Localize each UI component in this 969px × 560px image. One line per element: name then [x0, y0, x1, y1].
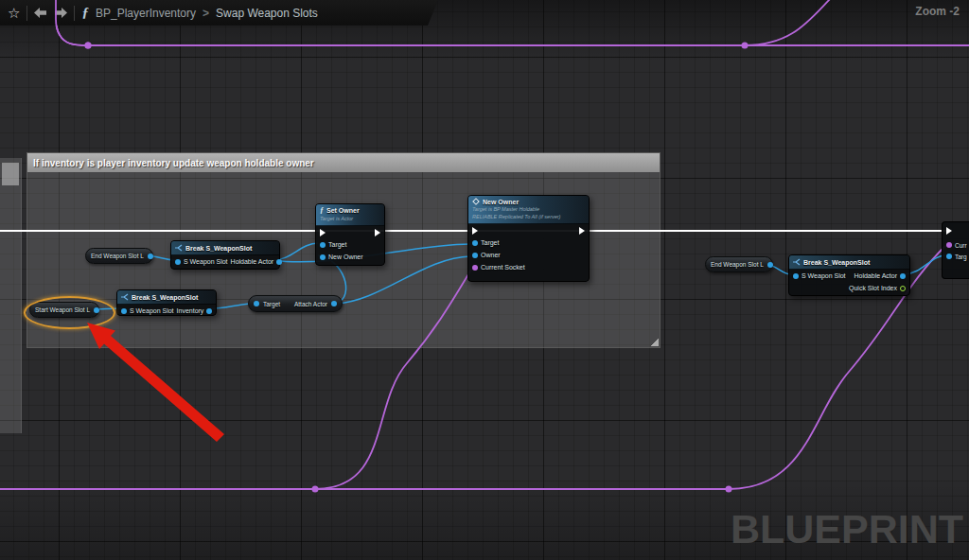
pin-label: S Weapon Slot [184, 258, 228, 265]
node-header: New Owner Target is BP Master Holdable R… [468, 196, 589, 224]
break-struct-icon [793, 258, 801, 266]
pin-inventory[interactable] [206, 308, 212, 314]
exec-in-pin[interactable] [472, 227, 478, 235]
comment-title: If inventory is player inventory update … [33, 158, 314, 168]
reroute-node[interactable] [742, 43, 749, 49]
forward-button[interactable] [54, 8, 67, 18]
back-button[interactable] [34, 8, 47, 18]
partial-comment-left-header [2, 163, 19, 185]
node-header: Break S_WeaponSlot [171, 241, 279, 255]
zoom-level-label: Zoom -2 [915, 5, 960, 18]
function-icon: ƒ [81, 5, 89, 21]
comment-header[interactable]: If inventory is player inventory update … [27, 153, 660, 172]
toolbar-separator [74, 6, 75, 21]
pin-row: Target [316, 238, 384, 251]
pin-s-weapon-slot[interactable] [121, 308, 127, 314]
exec-in-pin[interactable] [320, 229, 326, 236]
pin-holdable-actor[interactable] [900, 273, 906, 279]
forward-arrow-icon [54, 8, 67, 18]
break-struct-icon [175, 244, 183, 252]
break-struct-icon [121, 293, 129, 301]
reroute-node[interactable] [85, 43, 92, 49]
exec-row [468, 224, 589, 236]
node-partial-right-edge[interactable]: Curr Targ [942, 221, 969, 279]
exec-out-pin[interactable] [579, 227, 585, 235]
pin-row: Targ [943, 251, 969, 262]
pin-current-socket[interactable] [472, 265, 478, 271]
pin-label: S Weapon Slot [130, 307, 174, 314]
pin-target[interactable] [320, 242, 326, 248]
function-icon: ƒ [320, 206, 324, 215]
favorite-star-icon[interactable]: ☆ [8, 6, 20, 20]
toolbar-separator [26, 6, 27, 21]
pin-owner[interactable] [472, 253, 478, 258]
node-title: Set Owner [326, 207, 360, 214]
node-subtitle-line1: Target is BP Master Holdable [472, 205, 585, 213]
pin-label: Attach Actor [294, 301, 327, 307]
pin-row: Quick Slot Index [789, 282, 909, 294]
pin-label: Inventory [177, 307, 204, 314]
pin-output-object[interactable] [148, 254, 153, 259]
pin-target[interactable] [254, 301, 259, 306]
pin-row: Target [468, 236, 589, 249]
pin-label: New Owner [328, 254, 363, 260]
blueprint-watermark: BLUEPRINT [731, 506, 963, 552]
node-title: Break S_WeaponSlot [803, 259, 870, 266]
pin-row: Owner [468, 249, 589, 261]
node-break-s-weaponslot-top[interactable]: Break S_WeaponSlot S Weapon Slot Holdabl… [170, 240, 280, 270]
reroute-node[interactable] [726, 486, 732, 493]
pin-output-object[interactable] [94, 307, 99, 313]
pin-row: Current Socket [468, 261, 589, 273]
node-subtitle-line2: RELIABLE Replicated To All (if server) [472, 213, 585, 220]
node-header: ƒ Set Owner Target is Actor [316, 204, 384, 226]
pin-s-weapon-slot[interactable] [175, 259, 181, 265]
breadcrumb-chevron: > [203, 7, 209, 20]
node-get-start-weapon-slot-l[interactable]: Start Weapon Slot L [29, 302, 99, 318]
pin-label: Owner [481, 252, 501, 258]
pin-label: Target [328, 241, 346, 248]
breadcrumb-graph-name[interactable]: Swap Weapon Slots [216, 7, 318, 20]
pin-row: S Weapon Slot Inventory [117, 305, 216, 317]
pin-output-object[interactable] [767, 262, 773, 268]
pin-s-weapon-slot[interactable] [793, 273, 799, 279]
exec-out-pin[interactable] [375, 229, 380, 236]
node-set-owner[interactable]: ƒ Set Owner Target is Actor Target New O… [315, 203, 385, 266]
pin-target[interactable] [946, 254, 952, 259]
reroute-node[interactable] [312, 486, 319, 493]
pin-label: S Weapon Slot [802, 272, 846, 279]
pill-label: End Weapon Slot L [711, 261, 764, 268]
node-break-s-weaponslot-right[interactable]: Break S_WeaponSlot S Weapon Slot Holdabl… [788, 254, 910, 296]
node-get-attach-actor[interactable]: Target Attach Actor [248, 295, 343, 312]
breadcrumb-blueprint-name[interactable]: BP_PlayerInventory [96, 7, 196, 20]
pin-label: Targ [955, 254, 967, 260]
node-title: Break S_WeaponSlot [185, 245, 252, 252]
pin-current-socket[interactable] [946, 242, 952, 248]
pin-quick-slot-index[interactable] [900, 286, 906, 291]
node-get-end-weapon-slot-l[interactable]: End Weapon Slot L [85, 248, 153, 264]
comment-resize-handle[interactable] [650, 338, 659, 346]
pin-label: Holdable Actor [854, 272, 897, 279]
partial-comment-left[interactable] [0, 158, 22, 433]
node-new-owner-event[interactable]: New Owner Target is BP Master Holdable R… [467, 195, 590, 282]
exec-in-pin[interactable] [946, 227, 952, 235]
pin-row: Curr [943, 239, 969, 251]
pin-target[interactable] [472, 240, 478, 246]
pin-holdable-actor[interactable] [276, 259, 282, 265]
node-break-s-weaponslot-mid[interactable]: Break S_WeaponSlot S Weapon Slot Invento… [116, 289, 217, 316]
pin-attach-actor[interactable] [331, 301, 337, 306]
reroute-node[interactable] [85, 43, 92, 49]
pin-label: Quick Slot Index [849, 285, 897, 291]
pin-label: Curr [955, 242, 967, 249]
pill-label: End Weapon Slot L [91, 253, 144, 259]
event-diamond-icon [472, 198, 480, 205]
pin-label: Holdable Actor [231, 258, 274, 265]
node-header: Break S_WeaponSlot [789, 255, 909, 270]
exec-row [943, 222, 969, 239]
exec-row [316, 226, 384, 238]
pin-row: S Weapon Slot Holdable Actor [789, 270, 909, 282]
node-subtitle: Target is Actor [320, 215, 380, 222]
pin-row: New Owner [316, 251, 384, 263]
node-get-end-weapon-slot-l-right[interactable]: End Weapon Slot L [705, 256, 773, 272]
pin-new-owner[interactable] [320, 254, 326, 260]
pin-row: S Weapon Slot Holdable Actor [171, 255, 279, 268]
